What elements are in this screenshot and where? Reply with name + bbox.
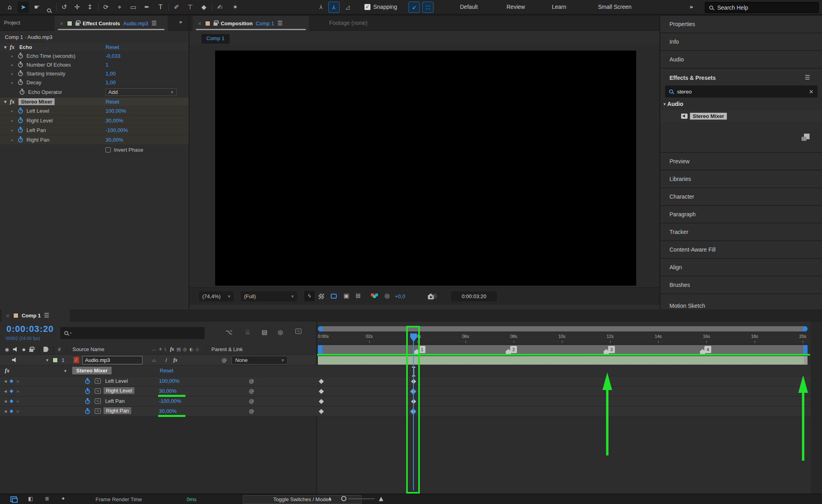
graph-icon[interactable]: ∿ — [95, 398, 101, 404]
mask-visibility-icon[interactable]: ▣ — [344, 292, 349, 299]
panel-content-aware-fill[interactable]: Content-Aware Fill — [660, 241, 822, 259]
close-icon[interactable]: × — [197, 20, 202, 26]
layer-expand-chevron-icon[interactable]: ▾ — [46, 358, 49, 363]
work-area-bar[interactable] — [318, 345, 808, 354]
workspace-learn[interactable]: Learn — [552, 4, 566, 10]
panel-menu-icon[interactable]: ☰ — [277, 20, 283, 27]
echo-effect-name[interactable]: Echo — [19, 44, 32, 50]
in-out-duration-pane-icon[interactable]: ≣ — [45, 496, 49, 502]
param-row[interactable]: ▸ Number Of Echoes 1 — [0, 61, 189, 69]
search-help-box[interactable]: Search Help — [705, 2, 819, 13]
pickwhip-icon[interactable]: @ — [249, 378, 254, 384]
expand-icon[interactable]: ▸ — [11, 54, 13, 58]
show-snapshot-icon[interactable]: ◎ — [432, 292, 437, 299]
timeline-zoom-knob[interactable] — [341, 496, 346, 501]
stopwatch-icon[interactable] — [18, 71, 23, 76]
stereo-mixer-reset-link[interactable]: Reset — [106, 99, 119, 105]
param-value[interactable]: -0,033 — [106, 53, 120, 59]
property-row-left-pan[interactable]: ◀ ◆ ▶ ∿ Left Pan -100,00% @ — [0, 396, 822, 406]
view-layout-icon[interactable]: ⊞ — [356, 292, 361, 299]
property-name[interactable]: Right Pan — [104, 407, 131, 414]
roto-brush-tool-icon[interactable]: ✍ — [214, 2, 226, 13]
chevron-down-icon[interactable]: ▾ — [64, 368, 67, 374]
stamp-tool-icon[interactable]: ⊤ — [185, 2, 196, 13]
rectangle-tool-icon[interactable]: ▭ — [128, 2, 139, 13]
composition-flowchart-icon[interactable]: ⌥ — [226, 329, 232, 336]
property-row-left-level[interactable]: ◀ ◆ ▶ ∿ Left Level 100,00% @ — [0, 376, 822, 386]
snap-bounds-icon[interactable]: ⛶ — [422, 2, 433, 13]
property-value[interactable]: 30,00% — [159, 388, 177, 394]
panel-align[interactable]: Align — [660, 259, 822, 276]
expand-icon[interactable]: ▸ — [11, 63, 13, 67]
dolly-camera-tool-icon[interactable]: ↕ — [84, 2, 96, 13]
keyframe[interactable] — [319, 409, 324, 414]
stereo-mixer-effect-name[interactable]: Stereo Mixer — [18, 98, 55, 105]
param-value[interactable]: 30,00% — [106, 118, 123, 124]
prev-keyframe-icon[interactable]: ◀ — [4, 379, 7, 383]
chevron-down-icon[interactable]: ▾ — [4, 44, 7, 50]
param-value[interactable]: -100,00% — [106, 127, 128, 133]
lock-icon[interactable] — [214, 22, 218, 26]
parent-dropdown[interactable]: None ▾ — [232, 356, 288, 364]
tab-footage[interactable]: Footage (none) — [329, 20, 368, 26]
stopwatch-keyframed-icon[interactable] — [85, 399, 90, 404]
layer-fx-icon[interactable]: fx — [173, 357, 177, 363]
expand-icon[interactable]: ▸ — [11, 118, 13, 123]
expand-icon[interactable]: ▸ — [11, 71, 13, 76]
keyframe-navigator-diamond-icon[interactable]: ◆ — [10, 388, 13, 394]
param-value[interactable]: 1,00 — [106, 71, 116, 77]
magnification-dropdown[interactable]: (74,4%) ▾ — [199, 291, 234, 301]
prev-keyframe-icon[interactable]: ◀ — [4, 409, 7, 413]
scrollbar-right-cap[interactable] — [803, 326, 808, 331]
workspace-overflow-chevron[interactable]: » — [690, 4, 693, 10]
type-tool-icon[interactable]: T — [155, 2, 166, 13]
composition-breadcrumb[interactable]: Comp 1 — [201, 34, 230, 44]
prev-keyframe-icon[interactable]: ◀ — [4, 399, 7, 403]
keyframe[interactable] — [319, 399, 324, 404]
stopwatch-keyframed-icon[interactable] — [18, 138, 23, 142]
pickwhip-icon[interactable]: @ — [249, 388, 254, 394]
stopwatch-keyframed-icon[interactable] — [85, 409, 90, 414]
effect-row-stereo-mixer[interactable]: fx ▾ Stereo Mixer Reset — [0, 366, 822, 376]
work-area-start-handle[interactable] — [318, 345, 322, 354]
stopwatch-icon[interactable] — [20, 90, 24, 95]
exposure-icon[interactable]: ◎ — [385, 292, 390, 299]
effects-presets-search[interactable]: stereo × — [665, 85, 818, 98]
effect-name-chip[interactable]: Stereo Mixer — [72, 367, 112, 374]
panel-info[interactable]: Info — [660, 33, 822, 51]
orbit-camera-tool-icon[interactable]: ↺ — [59, 2, 70, 13]
channel-settings-icon[interactable] — [371, 293, 378, 299]
workspace-small-screen[interactable]: Small Screen — [598, 4, 631, 10]
param-value[interactable]: 1,00 — [106, 79, 116, 85]
viewer-timecode[interactable]: 0:00:03:20 — [451, 291, 497, 301]
stopwatch-icon[interactable] — [18, 54, 23, 59]
selection-tool-icon[interactable]: ➤ — [18, 2, 29, 13]
zoom-out-mountain-icon[interactable]: ▲ — [328, 496, 332, 500]
effect-reset-link[interactable]: Reset — [160, 368, 173, 374]
keyframe-navigator-diamond-icon[interactable]: ◆ — [10, 408, 13, 414]
stopwatch-keyframed-icon[interactable] — [18, 118, 23, 123]
render-time-pane-icon[interactable]: ✦ — [61, 496, 65, 502]
fx-icon[interactable]: fx — [5, 368, 10, 374]
tab-project[interactable]: Project — [4, 20, 20, 26]
param-row[interactable]: ▸ Decay 1,00 — [0, 78, 189, 87]
graph-icon[interactable]: ∿ — [95, 388, 101, 394]
invert-phase-checkbox[interactable] — [106, 147, 111, 152]
property-value[interactable]: -100,00% — [159, 398, 181, 404]
stereo-mixer-effect-header[interactable]: ▾ fx Stereo Mixer Reset — [0, 98, 189, 106]
clear-search-icon[interactable]: × — [809, 88, 814, 95]
property-name[interactable]: Right Level — [104, 387, 134, 394]
stopwatch-keyframed-icon[interactable] — [85, 379, 90, 384]
param-row[interactable]: ▸ Left Pan -100,00% — [0, 126, 189, 135]
workspace-review[interactable]: Review — [507, 4, 525, 10]
hand-tool-icon[interactable]: ☛ — [31, 2, 43, 13]
pan-behind-tool-icon[interactable]: ⌖ — [114, 2, 125, 13]
comp-marker-4-number[interactable]: 4 — [704, 346, 711, 353]
panel-brushes[interactable]: Brushes — [660, 276, 822, 294]
overflow-icon[interactable]: » — [179, 19, 182, 25]
zoom-tool-icon[interactable] — [43, 2, 55, 13]
draft-3d-icon[interactable]: ⍓ — [246, 329, 249, 336]
pickwhip-icon[interactable]: @ — [249, 408, 254, 414]
zoom-in-mountain-icon[interactable]: ▲ — [379, 495, 383, 502]
keyframe[interactable] — [319, 389, 324, 394]
